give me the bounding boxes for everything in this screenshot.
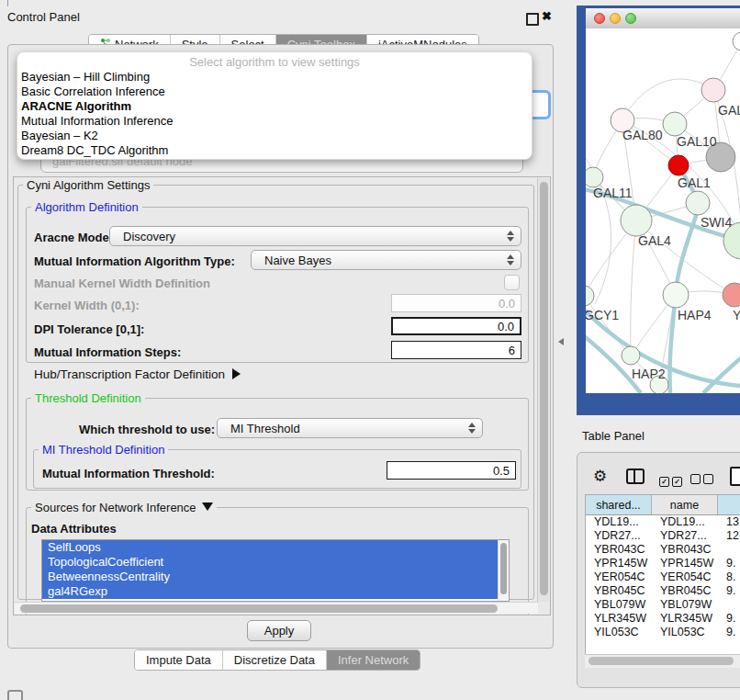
data-attributes-list[interactable]: SelfLoops TopologicalCoefficient Between… <box>41 539 510 602</box>
network-node-label: HAP4 <box>678 308 712 322</box>
network-node-label: Y <box>733 308 740 322</box>
network-node[interactable] <box>586 167 603 187</box>
cell-shared: YPR145W <box>586 557 652 570</box>
which-threshold-select[interactable]: MI Threshold <box>217 418 483 438</box>
mi-algorithm-type-select[interactable]: Naive Bayes <box>251 250 521 270</box>
settings-horizontal-scrollbar[interactable] <box>15 602 538 614</box>
table-row[interactable]: YDR27...YDR27...12 <box>586 529 740 543</box>
list-item[interactable]: SelfLoops <box>42 540 509 555</box>
network-node[interactable] <box>663 282 689 308</box>
network-node-label: GAL10 <box>677 134 717 149</box>
tab-impute-data[interactable]: Impute Data <box>135 650 223 670</box>
algorithm-option-selected[interactable]: ARACNE Algorithm <box>17 99 532 114</box>
tab-discretize-data-label: Discretize Data <box>234 653 315 667</box>
sources-group-title[interactable]: Sources for Network Inference <box>31 501 217 514</box>
manual-kernel-checkbox[interactable] <box>504 275 520 290</box>
network-node[interactable] <box>733 32 740 51</box>
algorithm-option[interactable]: Dream8 DC_TDC Algorithm <box>17 143 532 158</box>
network-node[interactable] <box>586 286 594 306</box>
mi-steps-label: Mutual Information Steps: <box>34 345 181 359</box>
aracne-mode-label: Aracne Mode: <box>34 231 113 244</box>
minimize-traffic-light[interactable] <box>610 13 621 24</box>
sources-group-label: Sources for Network Inference <box>35 501 196 514</box>
column-header-name[interactable]: name <box>652 495 718 514</box>
network-node-selected[interactable] <box>668 155 689 175</box>
dpi-tolerance-field[interactable]: 0.0 <box>391 317 521 335</box>
cell-name: YER054C <box>652 570 718 584</box>
expanded-arrow-icon <box>202 502 213 511</box>
table-row[interactable]: YBL079WYBL079W <box>586 598 740 612</box>
dock-panel-icon[interactable] <box>7 690 23 700</box>
tab-discretize-data[interactable]: Discretize Data <box>223 650 327 670</box>
aracne-mode-select[interactable]: Discovery <box>109 226 521 246</box>
list-item[interactable]: gal4RGexp <box>42 584 509 599</box>
gear-icon[interactable]: ⚙ <box>593 469 607 484</box>
tab-infer-network[interactable]: Infer Network <box>327 650 420 670</box>
data-attributes-label: Data Attributes <box>31 522 117 536</box>
aracne-mode-value: Discovery <box>123 230 175 243</box>
column-header-partial[interactable] <box>718 495 740 514</box>
splitter-collapse-icon[interactable] <box>558 338 564 345</box>
cell-shared: YDR27... <box>586 529 652 543</box>
cell-value: 9. <box>718 612 740 626</box>
hub-section-toggle[interactable]: Hub/Transcription Factor Definition <box>34 367 241 381</box>
table-row[interactable]: YIL053CYIL053C9. <box>586 626 740 639</box>
network-node[interactable] <box>701 78 725 102</box>
list-item[interactable]: TopologicalCoefficient <box>42 555 509 570</box>
cell-value <box>718 598 740 612</box>
table-row[interactable]: YLR345WYLR345W9. <box>586 612 740 626</box>
algorithm-option[interactable]: Bayesian – Hill Climbing <box>17 70 532 85</box>
unchecked-checkboxes-icon[interactable] <box>690 471 713 488</box>
close-icon[interactable]: ✖ <box>542 9 552 23</box>
cyni-algorithm-settings-title: Cyni Algorithm Settings <box>23 178 153 192</box>
table-row[interactable]: YDL19...YDL19...13 <box>586 515 740 529</box>
network-node[interactable] <box>621 205 652 236</box>
network-node-label: GAL <box>718 103 740 118</box>
scrollbar-thumb[interactable] <box>540 182 548 595</box>
checked-checkboxes-icon[interactable]: ✓✓ <box>659 471 682 488</box>
network-node[interactable] <box>723 283 740 307</box>
zoom-traffic-light[interactable] <box>625 13 636 24</box>
table-row[interactable]: YPR145WYPR145W9. <box>586 557 740 570</box>
network-node[interactable] <box>622 346 640 365</box>
list-scrollbar[interactable] <box>498 540 509 601</box>
table-row[interactable]: YBR045CYBR045C9. <box>586 584 740 598</box>
mi-steps-field[interactable]: 6 <box>391 341 521 359</box>
mi-threshold-field[interactable]: 0.5 <box>387 461 516 480</box>
algorithm-option[interactable]: Basic Correlation Inference <box>17 85 532 99</box>
network-canvas[interactable]: GAL GAL80 GAL10 GAL1 GAL11 SWI4 GAL4 GCY… <box>586 28 740 393</box>
apply-button-label: Apply <box>264 624 295 638</box>
network-node-label: SWI4 <box>701 215 732 230</box>
list-item[interactable]: BetweennessCentrality <box>42 570 509 584</box>
apply-button[interactable]: Apply <box>247 620 311 641</box>
mi-threshold-label: Mutual Information Threshold: <box>42 467 215 480</box>
table-row[interactable]: YER054CYER054C8. <box>586 570 740 584</box>
network-window-titlebar[interactable] <box>586 8 740 29</box>
float-panel-icon[interactable] <box>526 13 539 26</box>
algorithm-option[interactable]: Mutual Information Inference <box>17 114 532 129</box>
columns-icon[interactable] <box>626 469 645 484</box>
cell-value: 12 <box>718 529 740 543</box>
settings-vertical-scrollbar[interactable] <box>537 178 549 602</box>
cell-value: 9. <box>718 557 740 570</box>
cell-value: 9. <box>718 584 740 598</box>
table-mode-icon[interactable] <box>730 467 740 486</box>
kernel-width-field[interactable]: 0.0 <box>391 294 521 312</box>
window-edge-tick <box>7 0 8 6</box>
network-node[interactable] <box>686 191 710 215</box>
cell-name: YBL079W <box>652 598 718 612</box>
cell-shared: YDL19... <box>586 515 652 529</box>
dpi-tolerance-label: DPI Tolerance [0,1]: <box>34 322 144 336</box>
mi-threshold-value: 0.5 <box>493 464 510 478</box>
close-traffic-light[interactable] <box>594 13 605 24</box>
table-body[interactable]: YDL19...YDL19...13 YDR27...YDR27...12 YB… <box>585 515 740 654</box>
cell-name: YPR145W <box>652 557 718 570</box>
mi-type-value: Naive Bayes <box>264 254 331 267</box>
table-horizontal-scrollbar[interactable] <box>585 654 740 668</box>
network-node[interactable] <box>663 112 687 136</box>
scrollbar-thumb[interactable] <box>20 604 498 613</box>
scrollbar-thumb[interactable] <box>589 657 734 665</box>
column-header-shared[interactable]: shared... <box>586 495 652 514</box>
algorithm-option[interactable]: Bayesian – K2 <box>17 129 532 143</box>
table-row[interactable]: YBR043CYBR043C <box>586 543 740 557</box>
